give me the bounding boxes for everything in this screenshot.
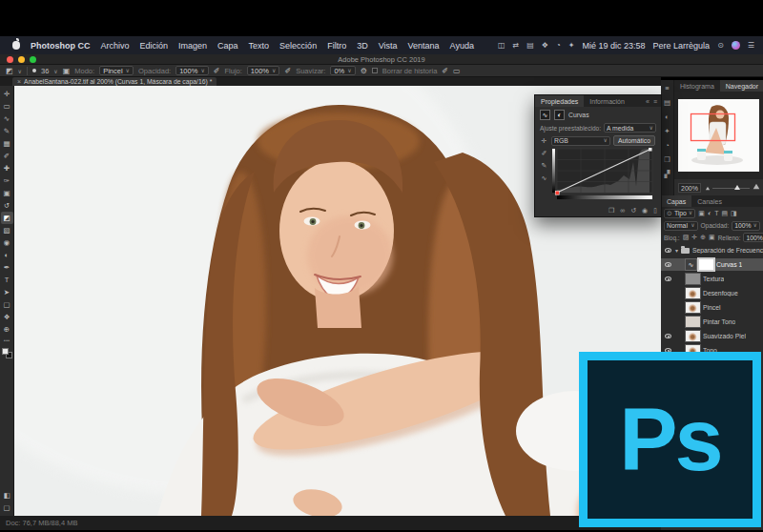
hand-tool[interactable]: ❖	[1, 311, 13, 323]
airbrush-icon[interactable]: ✐	[284, 67, 291, 75]
curve-pencil-icon[interactable]: ✎	[542, 162, 547, 170]
layer-name[interactable]: Suavizado Piel	[703, 333, 746, 339]
tab-canales[interactable]: Canales	[691, 195, 728, 207]
document-tab[interactable]: × AnabelSantana-022.tif al 200% (Curvas …	[12, 77, 217, 86]
quick-mask-button[interactable]: ◧	[1, 489, 13, 501]
tablet-icon[interactable]: ▭	[453, 67, 461, 75]
slider-handle[interactable]	[734, 185, 740, 190]
layer-mask-thumbnail[interactable]	[699, 259, 713, 270]
layer-filter-select[interactable]: ⊙ Tipo ∨	[664, 209, 695, 218]
fill-select[interactable]: 100% ∨	[743, 233, 763, 242]
menu-item-archivo[interactable]: Archivo	[101, 41, 130, 51]
layer-visibility-toggle[interactable]	[665, 248, 671, 253]
layer-row-desenfoque[interactable]: Desenfoque	[661, 287, 763, 299]
foreground-color-swatch[interactable]	[2, 348, 9, 355]
zoom-tool[interactable]: ⊕	[1, 323, 13, 336]
targeted-adjustment-icon[interactable]: ✛	[542, 137, 547, 145]
close-document-icon[interactable]: ×	[17, 78, 21, 85]
menubar-status-icon[interactable]: ✦	[568, 41, 575, 50]
layer-row-textura[interactable]: Textura	[661, 273, 763, 285]
history-brush-tool[interactable]: ↺	[1, 199, 13, 212]
zoom-in-icon[interactable]	[753, 184, 760, 190]
link-icon[interactable]: ∞	[620, 207, 625, 215]
layer-name[interactable]: Pintar Tono	[703, 318, 735, 325]
menu-item-edicion[interactable]: Edición	[140, 41, 169, 51]
collapsed-panel-icon[interactable]: ✦	[664, 127, 670, 135]
preset-select[interactable]: A medida ∨	[604, 123, 656, 133]
flow-select[interactable]: 100% ∨	[247, 66, 280, 75]
layer-thumbnail[interactable]	[686, 302, 700, 313]
edit-toolbar-icon[interactable]: •••	[4, 338, 10, 343]
siri-icon[interactable]	[732, 41, 740, 50]
pressure-size-icon[interactable]: ✐	[442, 67, 448, 75]
layer-thumbnail[interactable]	[686, 331, 700, 341]
tab-propiedades[interactable]: Propiedades	[535, 95, 584, 107]
apple-icon[interactable]	[12, 41, 20, 50]
zoom-out-icon[interactable]	[706, 187, 710, 191]
slider-track[interactable]	[712, 188, 750, 189]
collapsed-panel-icon[interactable]: ▤	[664, 98, 670, 107]
filter-adjustment-layers-icon[interactable]: ◐	[708, 210, 711, 216]
menu-item-imagen[interactable]: Imagen	[178, 41, 207, 51]
black-point-eyedropper-icon[interactable]: ✐	[542, 150, 547, 157]
layer-visibility-toggle[interactable]	[665, 334, 671, 338]
lock-transparency-icon[interactable]: ▨	[683, 234, 690, 241]
smoothing-select[interactable]: 0% ∨	[330, 66, 355, 75]
lock-all-icon[interactable]: ▣	[709, 234, 715, 241]
layer-thumbnail[interactable]	[686, 288, 700, 298]
menubar-status-icon[interactable]: ❖	[542, 41, 548, 50]
path-selection-tool[interactable]: ➤	[1, 286, 13, 298]
curves-adjustment-icon[interactable]: ∿	[686, 259, 696, 270]
eraser-tool[interactable]: ◩	[1, 212, 13, 224]
menubar-status-icon[interactable]: ◫	[498, 41, 505, 50]
tool-preset-chevron-icon[interactable]: ∨	[18, 68, 22, 74]
quick-selection-tool[interactable]: ✎	[1, 125, 13, 137]
collapsed-panel-icon[interactable]: ◐	[665, 113, 670, 121]
menu-item-capa[interactable]: Capa	[217, 41, 238, 51]
blur-tool[interactable]: ◉	[1, 236, 13, 249]
blend-mode-select[interactable]: Normal ∨	[664, 221, 698, 231]
brush-preview-icon[interactable]	[32, 69, 36, 72]
smooth-curve-icon[interactable]: ∿	[542, 174, 547, 182]
layer-row-pincel[interactable]: Pincel	[661, 301, 763, 314]
tab-informacion[interactable]: Información	[584, 95, 630, 107]
auto-button[interactable]: Automático	[613, 135, 655, 146]
navigator-zoom-field[interactable]: 200%	[678, 183, 701, 193]
gradient-tool[interactable]: ▧	[1, 224, 13, 236]
type-tool[interactable]: T	[1, 274, 13, 286]
opacity-select[interactable]: 100% ∨	[175, 66, 209, 75]
screen-mode-button[interactable]: ▢	[1, 501, 13, 514]
layer-name[interactable]: Textura	[703, 276, 724, 282]
tab-capas[interactable]: Capas	[661, 195, 691, 207]
layer-row-group[interactable]: ▾ Separación de Frecuencias	[661, 244, 763, 256]
menu-item-filtro[interactable]: Filtro	[327, 41, 346, 51]
navigator-zoom-slider[interactable]	[705, 183, 759, 193]
menu-item-photoshop[interactable]: Photoshop CC	[31, 41, 91, 51]
menu-item-seleccion[interactable]: Selección	[279, 41, 317, 51]
menu-item-3d[interactable]: 3D	[357, 41, 368, 51]
delete-icon[interactable]: ▯	[653, 207, 657, 215]
pressure-opacity-icon[interactable]: ✐	[214, 67, 220, 75]
color-swatches[interactable]	[2, 348, 12, 358]
menu-item-ayuda[interactable]: Ayuda	[450, 41, 474, 51]
layer-thumbnail[interactable]	[686, 317, 700, 327]
healing-brush-tool[interactable]: ✚	[1, 162, 13, 174]
tab-navegador[interactable]: Navegador	[720, 80, 763, 92]
layer-name[interactable]: Pincel	[703, 304, 721, 311]
collapsed-panel-icon[interactable]: ▞	[665, 170, 670, 178]
panel-menu-icon[interactable]: ≡	[653, 98, 657, 105]
visibility-icon[interactable]: ◉	[642, 207, 648, 215]
shape-tool[interactable]: ▢	[1, 298, 13, 311]
curves-graph[interactable]	[551, 148, 656, 203]
menu-item-vista[interactable]: Vista	[379, 41, 398, 51]
layer-opacity-select[interactable]: 100% ∨	[732, 221, 760, 231]
filter-shape-layers-icon[interactable]: ▤	[721, 210, 728, 217]
layer-name[interactable]: Desenfoque	[703, 290, 738, 297]
notification-center-icon[interactable]: ☰	[748, 41, 754, 50]
eraser-tool-icon[interactable]: ◩	[6, 67, 13, 75]
move-tool[interactable]: ✛	[1, 88, 13, 100]
layer-name[interactable]: Curvas 1	[716, 261, 742, 268]
collapse-panel-icon[interactable]: «	[646, 98, 650, 105]
layer-name[interactable]: Separación de Frecuencias	[692, 247, 763, 254]
menubar-status-icon[interactable]: ▤	[526, 41, 534, 50]
